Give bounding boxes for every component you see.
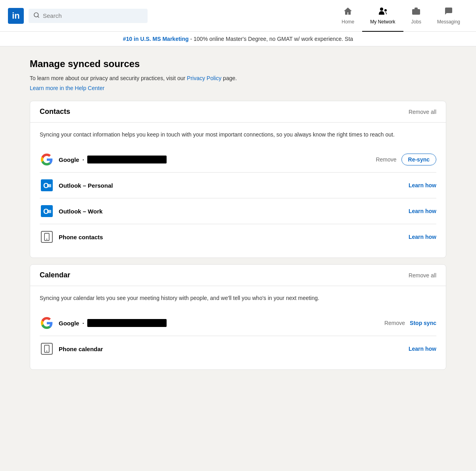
phone-calendar-learn-how-button[interactable]: Learn how	[409, 346, 436, 352]
svg-rect-4	[412, 9, 420, 15]
outlook-personal-learn-how-button[interactable]: Learn how	[409, 182, 436, 188]
help-center-link[interactable]: Learn more in the Help Center	[30, 85, 446, 91]
search-input[interactable]	[43, 12, 143, 19]
contacts-card-body: Syncing your contact information helps y…	[30, 123, 446, 258]
nav-label-messaging: Messaging	[437, 19, 460, 25]
nav-bar: Home My Network Jobs Messaging	[334, 0, 468, 32]
phone-calendar-name: Phone calendar	[59, 346, 409, 352]
contacts-remove-all-button[interactable]: Remove all	[409, 109, 436, 115]
outlook-personal-actions: Learn how	[409, 182, 436, 188]
main-content: Manage synced sources To learn more abou…	[22, 46, 454, 388]
svg-point-2	[380, 8, 383, 11]
google-calendar-icon	[40, 316, 54, 330]
google-contacts-remove-button[interactable]: Remove	[376, 156, 396, 163]
contacts-card-title: Contacts	[40, 108, 70, 116]
phone-contacts-icon	[40, 230, 54, 244]
google-contacts-resync-button[interactable]: Re-sync	[401, 154, 436, 165]
calendar-card-body: Syncing your calendar lets you see your …	[30, 286, 446, 369]
calendar-description: Syncing your calendar lets you see your …	[40, 294, 436, 302]
contacts-card-header: Contacts Remove all	[30, 101, 446, 123]
logo-text: in	[12, 11, 20, 21]
svg-rect-7	[47, 184, 51, 187]
messaging-icon	[444, 6, 453, 17]
search-bar[interactable]	[29, 9, 148, 23]
my-network-icon	[378, 6, 388, 17]
contacts-description: Syncing your contact information helps y…	[40, 131, 436, 139]
desc-suffix: page.	[221, 75, 237, 81]
nav-label-my-network: My Network	[370, 19, 395, 25]
redacted-email	[87, 156, 167, 163]
banner-text: - 100% online Master's Degree, no GMAT w…	[189, 36, 353, 42]
google-contacts-name: Google ·	[59, 156, 376, 163]
privacy-policy-link[interactable]: Privacy Policy	[187, 75, 221, 81]
list-item: O Outlook – Work Learn how	[40, 198, 436, 224]
list-item: Google · Remove Re-sync	[40, 147, 436, 172]
redacted-calendar-email	[87, 319, 167, 327]
svg-rect-10	[47, 210, 51, 213]
calendar-card: Calendar Remove all Syncing your calenda…	[30, 264, 446, 370]
list-item: Phone calendar Learn how	[40, 336, 436, 361]
nav-item-messaging[interactable]: Messaging	[429, 0, 468, 32]
google-icon	[40, 152, 54, 167]
outlook-work-actions: Learn how	[409, 208, 436, 214]
phone-contacts-learn-how-button[interactable]: Learn how	[409, 234, 436, 240]
phone-calendar-actions: Learn how	[409, 346, 436, 352]
svg-point-12	[46, 239, 48, 240]
outlook-personal-name: Outlook – Personal	[59, 182, 409, 189]
header: in Home My Network Jobs	[0, 0, 476, 32]
desc-prefix: To learn more about our privacy and secu…	[30, 75, 187, 81]
contacts-card: Contacts Remove all Syncing your contact…	[30, 101, 446, 258]
page-description: To learn more about our privacy and secu…	[30, 74, 446, 83]
google-calendar-remove-button[interactable]: Remove	[384, 320, 405, 326]
nav-item-home[interactable]: Home	[334, 0, 362, 32]
nav-item-jobs[interactable]: Jobs	[403, 0, 429, 32]
promo-banner: #10 in U.S. MS Marketing - 100% online M…	[0, 32, 476, 46]
nav-label-jobs: Jobs	[411, 19, 421, 25]
search-icon	[33, 12, 40, 20]
outlook-work-learn-how-button[interactable]: Learn how	[409, 208, 436, 214]
linkedin-logo[interactable]: in	[8, 8, 24, 24]
google-calendar-stop-sync-button[interactable]: Stop sync	[410, 320, 436, 326]
banner-link[interactable]: #10 in U.S. MS Marketing	[123, 36, 189, 42]
page-title: Manage synced sources	[30, 58, 446, 69]
phone-contacts-name: Phone contacts	[59, 234, 409, 240]
google-calendar-name: Google ·	[59, 319, 384, 327]
home-icon	[343, 6, 353, 17]
outlook-personal-icon: O	[40, 178, 54, 192]
list-item: Google · Remove Stop sync	[40, 310, 436, 336]
calendar-card-header: Calendar Remove all	[30, 265, 446, 286]
list-item: O Outlook – Personal Learn how	[40, 172, 436, 198]
nav-label-home: Home	[342, 19, 354, 25]
jobs-icon	[411, 6, 421, 17]
nav-item-my-network[interactable]: My Network	[362, 0, 403, 32]
outlook-work-name: Outlook – Work	[59, 208, 409, 215]
google-calendar-actions: Remove Stop sync	[384, 320, 436, 326]
svg-line-1	[38, 16, 39, 17]
calendar-remove-all-button[interactable]: Remove all	[409, 272, 436, 279]
list-item: Phone contacts Learn how	[40, 224, 436, 250]
outlook-work-icon: O	[40, 204, 54, 218]
calendar-card-title: Calendar	[40, 271, 70, 279]
svg-point-3	[384, 9, 387, 12]
google-contacts-actions: Remove Re-sync	[376, 154, 436, 165]
phone-calendar-icon	[40, 342, 54, 356]
svg-point-14	[46, 351, 48, 352]
phone-contacts-actions: Learn how	[409, 234, 436, 240]
